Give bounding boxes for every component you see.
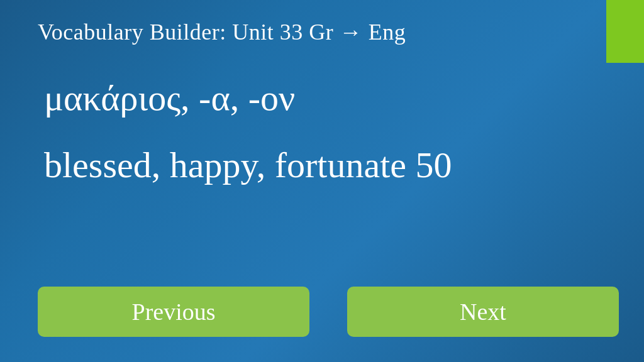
- next-button[interactable]: Next: [347, 287, 619, 337]
- page-title: Vocabulary Builder: Unit 33 Gr → Eng: [38, 19, 619, 45]
- app-container: Vocabulary Builder: Unit 33 Gr → Eng μακ…: [0, 0, 644, 362]
- greek-word-display: μακάριος, -α, -ον: [38, 77, 619, 119]
- green-accent-decoration: [606, 0, 644, 63]
- previous-button[interactable]: Previous: [38, 287, 309, 337]
- english-meaning-display: blessed, happy, fortunate 50: [38, 144, 619, 186]
- navigation-buttons: Previous Next: [38, 287, 619, 343]
